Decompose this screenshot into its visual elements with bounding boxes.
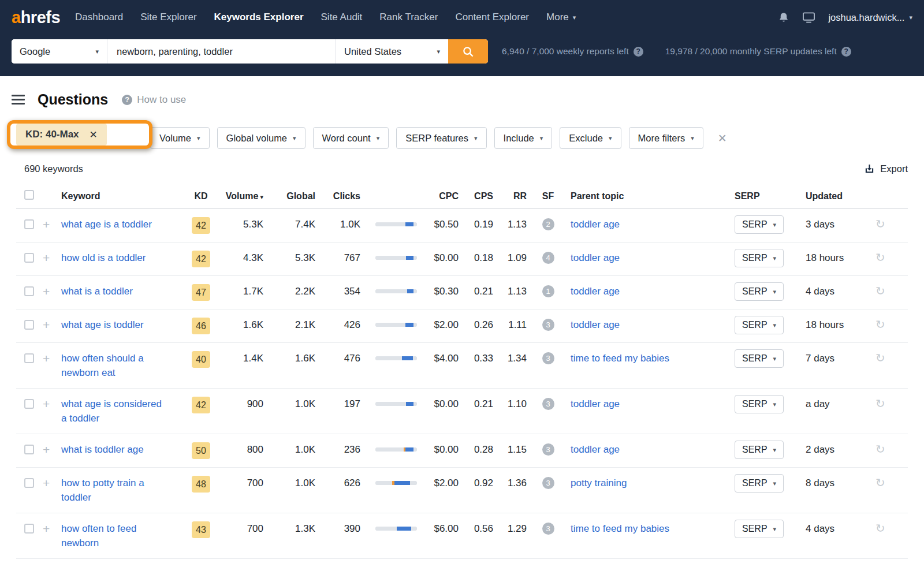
serp-dropdown-button[interactable]: SERP▾: [735, 249, 784, 267]
parent-topic-link[interactable]: toddler age: [571, 251, 620, 265]
filter-volume[interactable]: Volume▾: [150, 127, 210, 149]
filter-exclude[interactable]: Exclude▾: [560, 127, 621, 149]
parent-topic-link[interactable]: toddler age: [571, 284, 620, 299]
refresh-icon[interactable]: ↻: [875, 476, 885, 489]
serp-dropdown-button[interactable]: SERP▾: [735, 282, 784, 301]
filter-kd-active-chip[interactable]: KD: 40-Max ✕: [16, 124, 107, 146]
parent-topic-link[interactable]: toddler age: [571, 217, 620, 232]
col-header-kd[interactable]: KD: [184, 191, 218, 202]
how-to-use-link[interactable]: How to use: [137, 94, 186, 106]
parent-topic-link[interactable]: toddler age: [571, 442, 620, 457]
keyword-link[interactable]: how often to feed newborn: [61, 521, 168, 550]
col-header-sf[interactable]: SF: [530, 191, 566, 202]
col-header-rr[interactable]: RR: [497, 191, 530, 202]
add-to-list-icon[interactable]: +: [43, 522, 50, 535]
parent-topic-link[interactable]: time to feed my babies: [571, 351, 669, 365]
add-to-list-icon[interactable]: +: [43, 476, 50, 490]
filter-global-volume[interactable]: Global volume▾: [217, 127, 305, 149]
add-to-list-icon[interactable]: +: [43, 218, 50, 231]
refresh-icon[interactable]: ↻: [875, 443, 885, 456]
refresh-icon[interactable]: ↻: [875, 285, 885, 297]
monitor-icon[interactable]: [802, 12, 815, 23]
parent-topic-link[interactable]: potty training: [571, 476, 627, 490]
search-engine-select[interactable]: Google ▾: [12, 39, 107, 64]
row-checkbox[interactable]: [24, 445, 34, 454]
col-header-parent-topic[interactable]: Parent topic: [566, 191, 722, 202]
search-button[interactable]: [448, 39, 488, 64]
row-checkbox[interactable]: [24, 399, 34, 409]
serp-dropdown-button[interactable]: SERP▾: [735, 215, 784, 234]
nav-dashboard[interactable]: Dashboard: [75, 12, 123, 23]
keyword-link[interactable]: what age is considered a toddler: [61, 397, 168, 426]
nav-content-explorer[interactable]: Content Explorer: [455, 12, 529, 23]
keyword-link[interactable]: what is a toddler: [61, 284, 133, 299]
cps-value: 0.28: [462, 442, 497, 457]
add-to-list-icon[interactable]: +: [43, 251, 50, 264]
serp-dropdown-button[interactable]: SERP▾: [735, 520, 784, 538]
country-select[interactable]: United States ▾: [336, 39, 448, 64]
add-to-list-icon[interactable]: +: [43, 397, 50, 411]
keyword-link[interactable]: what age is a toddler: [61, 217, 152, 232]
nav-rank-tracker[interactable]: Rank Tracker: [379, 12, 438, 23]
col-header-volume[interactable]: Volume▾: [218, 191, 267, 202]
col-header-cps[interactable]: CPS: [462, 191, 497, 202]
filter-serp-features[interactable]: SERP features▾: [396, 127, 486, 149]
row-checkbox[interactable]: [24, 353, 34, 363]
add-to-list-icon[interactable]: +: [43, 352, 50, 365]
menu-icon[interactable]: [12, 95, 25, 105]
col-header-updated[interactable]: Updated: [791, 191, 860, 202]
keyword-link[interactable]: how to potty train a toddler: [61, 476, 168, 505]
export-button[interactable]: Export: [864, 163, 908, 174]
nav-keywords-explorer[interactable]: Keywords Explorer: [214, 12, 304, 23]
filter-more-filters[interactable]: More filters▾: [629, 127, 703, 149]
refresh-icon[interactable]: ↻: [875, 318, 885, 331]
refresh-icon[interactable]: ↻: [875, 218, 885, 230]
add-to-list-icon[interactable]: +: [43, 443, 50, 456]
refresh-icon[interactable]: ↻: [875, 251, 885, 264]
help-icon[interactable]: ?: [841, 47, 851, 57]
help-icon[interactable]: ?: [634, 47, 643, 57]
keyword-link[interactable]: what age is toddler: [61, 318, 144, 332]
row-checkbox[interactable]: [24, 478, 34, 488]
parent-topic-link[interactable]: toddler age: [571, 318, 620, 332]
cpc-value: $2.00: [422, 476, 462, 490]
add-to-list-icon[interactable]: +: [43, 285, 50, 298]
serp-dropdown-button[interactable]: SERP▾: [735, 349, 784, 368]
serp-dropdown-button[interactable]: SERP▾: [735, 395, 784, 413]
filter-include[interactable]: Include▾: [494, 127, 553, 149]
clear-filters-icon[interactable]: ✕: [718, 132, 727, 145]
remove-kd-filter-icon[interactable]: ✕: [90, 129, 98, 141]
notifications-bell-icon[interactable]: [778, 12, 789, 24]
filter-word-count[interactable]: Word count▾: [313, 127, 389, 149]
chevron-down-icon: ▾: [773, 288, 777, 296]
nav-site-explorer[interactable]: Site Explorer: [140, 12, 196, 23]
serp-dropdown-button[interactable]: SERP▾: [735, 316, 784, 334]
user-account-menu[interactable]: joshua.hardwick... ▾: [828, 12, 912, 23]
col-header-keyword[interactable]: Keyword: [57, 191, 184, 202]
row-checkbox[interactable]: [24, 219, 34, 229]
ahrefs-logo[interactable]: ahrefs: [12, 8, 60, 27]
row-checkbox[interactable]: [24, 320, 34, 330]
col-header-global[interactable]: Global: [267, 191, 319, 202]
select-all-checkbox[interactable]: [24, 190, 34, 200]
keyword-link[interactable]: how old is a toddler: [61, 251, 146, 265]
keyword-link[interactable]: what is toddler age: [61, 442, 144, 457]
nav-site-audit[interactable]: Site Audit: [321, 12, 363, 23]
row-checkbox[interactable]: [24, 253, 34, 263]
col-header-clicks[interactable]: Clicks: [319, 191, 364, 202]
nav-more[interactable]: More▾: [546, 12, 576, 23]
refresh-icon[interactable]: ↻: [875, 352, 885, 364]
row-checkbox[interactable]: [24, 286, 34, 296]
serp-dropdown-button[interactable]: SERP▾: [735, 441, 784, 459]
row-checkbox[interactable]: [24, 524, 34, 534]
refresh-icon[interactable]: ↻: [875, 522, 885, 535]
col-header-cpc[interactable]: CPC: [422, 191, 462, 202]
keywords-input[interactable]: [107, 39, 336, 64]
keyword-link[interactable]: how often should a newborn eat: [61, 351, 168, 380]
serp-dropdown-button[interactable]: SERP▾: [735, 474, 784, 493]
parent-topic-link[interactable]: toddler age: [571, 397, 620, 411]
parent-topic-link[interactable]: time to feed my babies: [571, 521, 669, 536]
add-to-list-icon[interactable]: +: [43, 318, 50, 331]
refresh-icon[interactable]: ↻: [875, 397, 885, 410]
help-icon[interactable]: ?: [122, 95, 132, 105]
